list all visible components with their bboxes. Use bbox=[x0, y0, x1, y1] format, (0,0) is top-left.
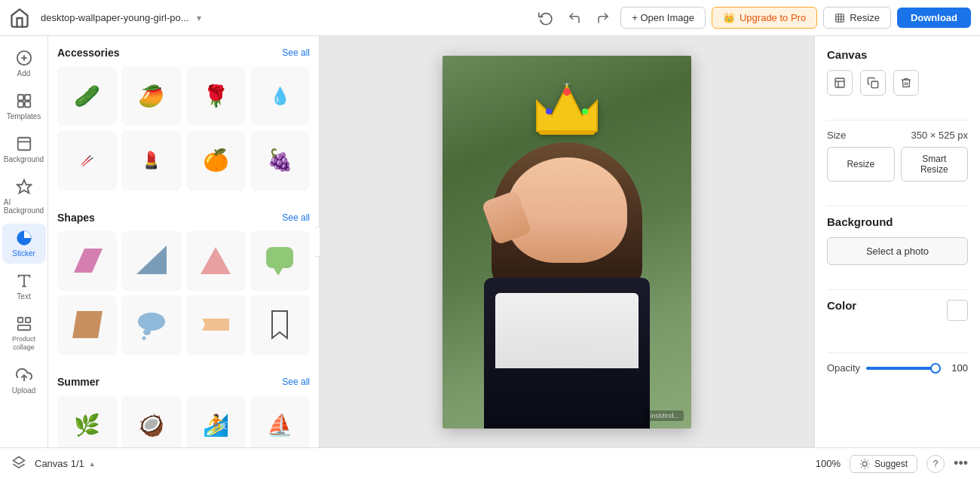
svg-marker-26 bbox=[202, 319, 229, 331]
sticker-water[interactable]: 💧 bbox=[250, 66, 310, 126]
upgrade-button[interactable]: 👑 Upgrade to Pro bbox=[712, 7, 817, 29]
sidebar-item-templates[interactable]: Templates bbox=[2, 87, 46, 127]
svg-marker-21 bbox=[274, 268, 283, 276]
sticker-lifebuoy[interactable]: ⛵ bbox=[250, 395, 310, 447]
format-tool-button[interactable] bbox=[827, 70, 853, 96]
svg-point-25 bbox=[142, 337, 145, 340]
opacity-row: Opacity 100 bbox=[827, 362, 968, 374]
svg-rect-14 bbox=[25, 318, 29, 322]
svg-rect-7 bbox=[24, 102, 29, 107]
icon-sidebar: Add Templates Background AI Background S… bbox=[0, 36, 48, 447]
svg-marker-19 bbox=[201, 247, 231, 274]
size-value: 350 × 525 px bbox=[911, 130, 968, 141]
color-swatch[interactable] bbox=[947, 300, 968, 321]
color-section: Color bbox=[827, 299, 968, 328]
filename-chevron-icon[interactable]: ▾ bbox=[197, 13, 201, 23]
sidebar-item-sticker[interactable]: Sticker bbox=[2, 224, 46, 264]
watermark: insMind... bbox=[645, 410, 684, 421]
summer-see-all[interactable]: See all bbox=[282, 377, 310, 387]
opacity-label: Opacity bbox=[827, 362, 860, 374]
sticker-surfboard[interactable]: 🏄 bbox=[186, 395, 246, 447]
accessories-title: Accessories bbox=[57, 47, 120, 59]
crown-icon: 👑 bbox=[723, 12, 735, 23]
crown-sticker[interactable] bbox=[529, 78, 605, 148]
summer-grid: 🌿 🥥 🏄 ⛵ 🍦 🕶 🍉 👒 bbox=[57, 395, 310, 447]
more-button[interactable]: ••• bbox=[954, 456, 968, 471]
svg-rect-13 bbox=[17, 318, 22, 322]
sticker-rose[interactable]: 🌹 bbox=[186, 66, 246, 126]
svg-rect-5 bbox=[24, 95, 29, 100]
opacity-value: 100 bbox=[947, 362, 968, 374]
shape-peach-banner[interactable] bbox=[186, 295, 246, 355]
sticker-cucumber[interactable]: 🥒 bbox=[57, 66, 117, 126]
svg-marker-18 bbox=[136, 246, 167, 274]
undo-button[interactable] bbox=[563, 7, 586, 29]
svg-rect-15 bbox=[17, 325, 30, 330]
suggest-button[interactable]: Suggest bbox=[850, 455, 917, 473]
redo-button[interactable] bbox=[592, 7, 614, 29]
shape-blue-triangle[interactable] bbox=[121, 231, 181, 291]
svg-line-43 bbox=[868, 466, 868, 467]
svg-point-31 bbox=[546, 108, 552, 114]
svg-line-42 bbox=[862, 460, 862, 461]
sidebar-item-add[interactable]: Add bbox=[2, 44, 46, 84]
delete-tool-button[interactable] bbox=[893, 70, 919, 96]
svg-point-23 bbox=[138, 313, 165, 331]
sticker-orange[interactable]: 🍊 bbox=[186, 130, 246, 190]
shapes-see-all[interactable]: See all bbox=[282, 212, 310, 223]
sticker-stick[interactable]: 🥢 bbox=[57, 130, 117, 190]
home-icon[interactable] bbox=[9, 8, 30, 29]
accessories-header: Accessories See all bbox=[57, 47, 310, 59]
svg-point-39 bbox=[862, 462, 867, 466]
smart-resize-button[interactable]: Smart Resize bbox=[901, 147, 969, 182]
svg-marker-29 bbox=[537, 131, 597, 135]
svg-point-24 bbox=[143, 329, 151, 335]
right-panel: Canvas Size 350 × 525 px Resize Smart Re… bbox=[814, 36, 980, 447]
accessories-section: Accessories See all 🥒 🥭 🌹 💧 🥢 💄 🍊 🍇 bbox=[48, 36, 319, 201]
layers-icon[interactable] bbox=[12, 456, 26, 471]
sticker-coconut[interactable]: 🥥 bbox=[121, 395, 181, 447]
shape-pink-quad[interactable] bbox=[57, 231, 117, 291]
open-image-button[interactable]: + Open Image bbox=[620, 7, 706, 29]
sidebar-item-product-collage[interactable]: Product collage bbox=[2, 310, 46, 358]
opacity-slider[interactable] bbox=[866, 367, 941, 370]
summer-header: Summer See all bbox=[57, 376, 310, 388]
shape-speech-bubble[interactable] bbox=[250, 231, 310, 291]
canvas-label: Canvas 1/1 ▲ bbox=[35, 458, 96, 469]
sticker-grapes[interactable]: 🍇 bbox=[250, 130, 310, 190]
canvas-container: insMind... bbox=[443, 56, 691, 429]
background-section-title: Background bbox=[827, 215, 968, 228]
shapes-section: Shapes See all bbox=[48, 201, 319, 366]
sidebar-item-background[interactable]: Background bbox=[2, 130, 46, 169]
opacity-knob[interactable] bbox=[930, 363, 941, 374]
shape-pink-triangle[interactable] bbox=[186, 231, 246, 291]
copy-tool-button[interactable] bbox=[860, 70, 886, 96]
select-photo-button[interactable]: Select a photo bbox=[827, 237, 968, 265]
sticker-lipstick[interactable]: 💄 bbox=[121, 130, 181, 190]
svg-marker-27 bbox=[272, 311, 287, 338]
summer-title: Summer bbox=[57, 376, 100, 388]
shape-thought-bubble[interactable] bbox=[121, 295, 181, 355]
sticker-mango[interactable]: 🥭 bbox=[121, 66, 181, 126]
svg-line-46 bbox=[862, 466, 862, 467]
sidebar-item-ai-background[interactable]: AI Background bbox=[2, 172, 46, 221]
shapes-grid bbox=[57, 231, 310, 355]
shape-bookmark[interactable] bbox=[250, 295, 310, 355]
svg-line-47 bbox=[868, 460, 868, 461]
sidebar-item-upload[interactable]: Upload bbox=[2, 361, 46, 401]
shape-brown-quad[interactable] bbox=[57, 295, 117, 355]
resize-button[interactable]: Resize bbox=[823, 7, 891, 29]
help-button[interactable]: ? bbox=[926, 455, 945, 473]
summer-section: Summer See all 🌿 🥥 🏄 ⛵ 🍦 🕶 🍉 👒 bbox=[48, 365, 319, 447]
history-button[interactable] bbox=[534, 7, 557, 29]
resize-canvas-button[interactable]: Resize bbox=[827, 147, 895, 182]
suggest-label: Suggest bbox=[874, 459, 908, 469]
file-name: desktop-wallpaper-young-girl-po... bbox=[41, 12, 189, 23]
svg-rect-36 bbox=[835, 78, 844, 87]
sidebar-item-text[interactable]: Text bbox=[2, 267, 46, 307]
accessories-see-all[interactable]: See all bbox=[282, 47, 310, 58]
color-row: Color bbox=[827, 299, 968, 321]
sticker-leaf[interactable]: 🌿 bbox=[57, 395, 117, 447]
zoom-value: 100% bbox=[816, 458, 841, 469]
download-button[interactable]: Download bbox=[897, 8, 971, 28]
